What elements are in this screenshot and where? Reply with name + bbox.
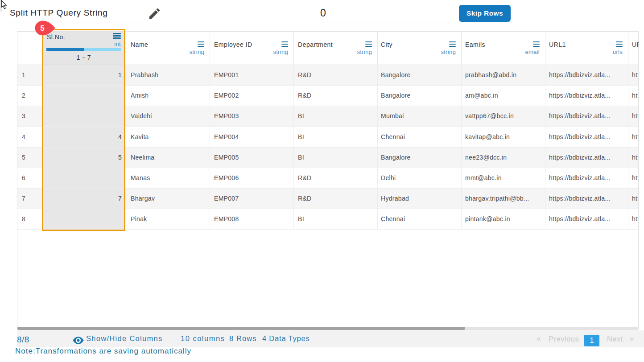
svg-text:5: 5 [40,24,44,33]
